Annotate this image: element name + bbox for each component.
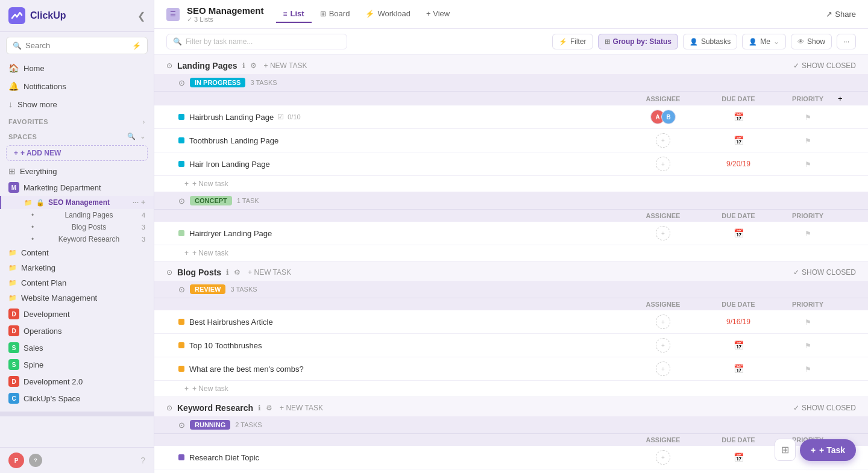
sidebar-search-container[interactable]: 🔍 ⚡ [6, 37, 148, 54]
search-spaces-icon[interactable]: 🔍 [127, 133, 136, 140]
add-new-button[interactable]: + + ADD NEW [6, 145, 148, 161]
sidebar-item-website-management[interactable]: 📁 Website Management [0, 290, 154, 305]
sidebar-item-content-plan[interactable]: 📁 Content Plan [0, 275, 154, 290]
project-info: SEO Management ✓ 3 Lists [187, 5, 264, 23]
section-toggle-keyword-research[interactable]: ⊙ [166, 404, 172, 412]
settings-icon-blog-posts[interactable]: ⚙ [234, 268, 241, 277]
section-toggle-landing-pages[interactable]: ⊙ [166, 61, 172, 70]
table-row[interactable]: Research Diet Topic + 📅 ⚑ [154, 446, 868, 469]
table-row[interactable]: Hairbrush Landing Page ☑ 0/10 A B 📅 ⚑ [154, 105, 868, 129]
settings-icon-keyword-research[interactable]: ⚙ [266, 404, 272, 412]
task-priority: ⚑ [778, 113, 838, 122]
filter-button[interactable]: ⚡ Filter [552, 34, 593, 49]
plus-icon: + [184, 249, 189, 257]
new-task-button-keyword-research[interactable]: + NEW TASK [280, 404, 323, 412]
more-options-button[interactable]: ··· [837, 34, 856, 49]
favorites-expand-icon[interactable]: › [143, 118, 145, 125]
add-task-fab[interactable]: + + Task [800, 439, 856, 461]
tab-board[interactable]: ⊞ Board [313, 5, 357, 23]
collapse-group-icon[interactable]: ⊙ [178, 421, 185, 430]
show-button[interactable]: 👁 Show [791, 34, 832, 49]
new-task-button-landing-pages[interactable]: + NEW TASK [264, 61, 307, 70]
table-row[interactable]: Best Hairbrushes Article + 9/16/19 ⚑ [154, 310, 868, 334]
table-row[interactable]: Hair Iron Landing Page + 9/20/19 ⚑ [154, 152, 868, 176]
subtasks-icon: 👤 [690, 38, 698, 46]
add-task-row[interactable]: + + New task [154, 245, 868, 262]
section-toggle-blog-posts[interactable]: ⊙ [166, 268, 172, 277]
table-row[interactable]: What is the Keto Diet + 📅 ⚑ [154, 469, 868, 473]
more-icon[interactable]: ··· [133, 198, 139, 207]
sidebar-item-home[interactable]: 🏠 Home [0, 59, 154, 77]
task-assignee: + [627, 133, 699, 148]
development2-label: Development 2.0 [24, 377, 83, 386]
me-button[interactable]: 👤 Me ⌄ [742, 34, 786, 49]
add-col-header[interactable]: + [838, 94, 856, 103]
sidebar-list-landing-pages[interactable]: • Landing Pages 4 [0, 209, 154, 221]
tab-view[interactable]: + View [419, 5, 457, 23]
sidebar-item-operations[interactable]: D Operations [0, 322, 154, 339]
chevron-down-icon[interactable]: ⌄ [140, 133, 146, 140]
operations-label: Operations [24, 327, 62, 336]
status-badge-in-progress: IN PROGRESS [190, 78, 245, 87]
sidebar-item-spine[interactable]: S Spine [0, 356, 154, 373]
add-task-row[interactable]: + + New task [154, 381, 868, 397]
info-icon-blog-posts[interactable]: ℹ [226, 268, 229, 277]
sidebar-item-marketing-department[interactable]: M Marketing Department [0, 179, 154, 196]
add-icon[interactable]: + [141, 198, 145, 207]
collapse-group-icon[interactable]: ⊙ [178, 78, 185, 87]
sidebar-item-show-more[interactable]: ↓ Show more [0, 95, 154, 113]
info-icon-keyword-research[interactable]: ℹ [258, 404, 261, 412]
task-dot [178, 230, 184, 236]
dev2-badge: D [8, 376, 19, 387]
sidebar-list-blog-posts[interactable]: • Blog Posts 3 [0, 221, 154, 233]
collapse-group-icon[interactable]: ⊙ [178, 196, 185, 205]
assignee-col-header: ASSIGNEE [627, 436, 699, 443]
calendar-icon: 📅 [734, 112, 744, 122]
status-badge-concept: CONCEPT [190, 196, 232, 205]
info-icon-landing-pages[interactable]: ℹ [242, 61, 245, 70]
task-count-review: 3 TASKS [230, 286, 257, 293]
operations-badge: D [8, 325, 19, 336]
show-closed-keyword-research[interactable]: ✓ SHOW CLOSED [793, 404, 856, 412]
share-button[interactable]: ↗ Share [826, 10, 856, 19]
table-row[interactable]: Toothbrush Landing Page + 📅 ⚑ [154, 129, 868, 152]
clickup-badge: C [8, 393, 19, 404]
table-row[interactable]: Top 10 Toothbrushes + 📅 ⚑ [154, 334, 868, 357]
sidebar-item-notifications[interactable]: 🔔 Notifications [0, 77, 154, 95]
task-name: Hairbrush Landing Page ☑ 0/10 [189, 113, 627, 122]
group-by-button[interactable]: ⊞ Group by: Status [598, 34, 678, 49]
sidebar-item-content[interactable]: 📁 Content [0, 245, 154, 260]
show-closed-landing-pages[interactable]: ✓ SHOW CLOSED [793, 61, 856, 70]
settings-icon-landing-pages[interactable]: ⚙ [250, 61, 257, 70]
section-landing-pages-header: ⊙ Landing Pages ℹ ⚙ + NEW TASK ✓ SHOW CL… [154, 55, 868, 74]
folder-icon: 📁 [8, 249, 17, 257]
tab-list[interactable]: ≡ List [276, 5, 312, 23]
sidebar-item-seo-management[interactable]: 📁 🔒 SEO Management ··· + [0, 196, 154, 209]
sidebar-item-sales[interactable]: S Sales [0, 339, 154, 356]
new-task-button-blog-posts[interactable]: + NEW TASK [248, 268, 291, 277]
sidebar-item-clickup-space[interactable]: C ClickUp's Space [0, 390, 154, 407]
priority-col-header: PRIORITY [778, 301, 838, 308]
app-logo-text: ClickUp [30, 10, 66, 21]
tab-workload[interactable]: ⚡ Workload [358, 5, 418, 23]
show-closed-blog-posts[interactable]: ✓ SHOW CLOSED [793, 268, 856, 277]
subtasks-button[interactable]: 👤 Subtasks [683, 34, 737, 49]
sidebar-item-everything[interactable]: ⊞ Everything [0, 163, 154, 179]
collapse-group-icon[interactable]: ⊙ [178, 285, 185, 294]
table-row[interactable]: What are the best men's combs? + 📅 ⚑ [154, 357, 868, 381]
assignee-col-header: ASSIGNEE [627, 301, 699, 308]
group-icon: ⊞ [605, 38, 610, 46]
sidebar-item-development2[interactable]: D Development 2.0 [0, 373, 154, 390]
search-input[interactable] [25, 41, 128, 50]
task-filter-search[interactable]: 🔍 Filter by task name... [166, 34, 347, 49]
sidebar-collapse-button[interactable]: ❮ [137, 10, 145, 22]
content-plan-label: Content Plan [21, 278, 66, 287]
sidebar-list-keyword-research[interactable]: • Keyword Research 3 [0, 233, 154, 245]
task-progress: 0/10 [288, 113, 300, 121]
add-task-row[interactable]: + + New task [154, 176, 868, 192]
sidebar-item-marketing[interactable]: 📁 Marketing [0, 260, 154, 275]
grid-view-button[interactable]: ⊞ [775, 439, 796, 461]
sidebar-item-development[interactable]: D Development [0, 305, 154, 322]
table-row[interactable]: Hairdryer Landing Page + 📅 ⚑ [154, 222, 868, 245]
help-icon[interactable]: ? [140, 456, 145, 465]
